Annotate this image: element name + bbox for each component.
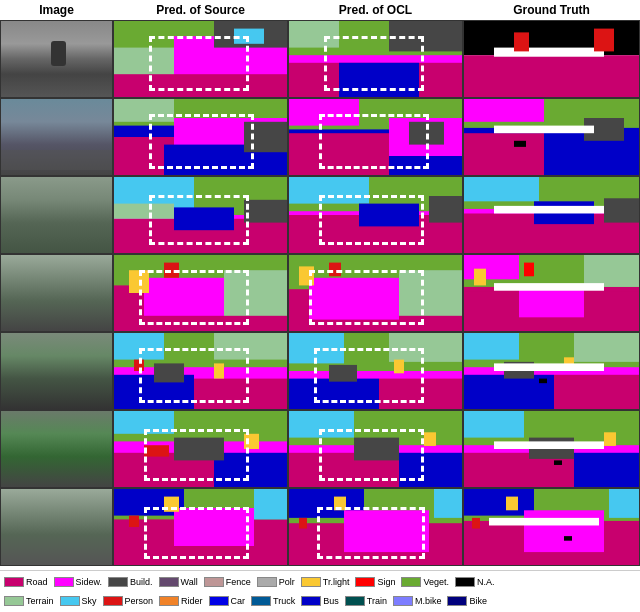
svg-rect-32: [194, 379, 288, 409]
svg-rect-81: [289, 379, 379, 409]
svg-rect-69: [429, 196, 463, 223]
legend-wall: Wall: [159, 577, 198, 587]
fence-swatch: [204, 577, 224, 587]
svg-rect-50: [164, 497, 179, 512]
sky-label: Sky: [82, 596, 97, 606]
trlight-label: Tr.light: [323, 577, 350, 587]
svg-rect-47: [174, 508, 254, 546]
svg-rect-122: [464, 255, 519, 279]
svg-rect-108: [464, 133, 544, 175]
legend-sidewalk: Sidew.: [54, 577, 103, 587]
road-label: Road: [26, 577, 48, 587]
legend-vegetation: Veget.: [401, 577, 449, 587]
svg-rect-43: [244, 434, 259, 449]
terrain-swatch: [4, 596, 24, 606]
legend-row: Road Sidew. Build. Wall Fence Polr: [0, 570, 640, 612]
ground-truth-column: [463, 20, 640, 570]
svg-rect-74: [289, 301, 309, 331]
svg-rect-128: [494, 283, 604, 291]
legend-sign: Sign: [355, 577, 395, 587]
svg-rect-138: [494, 363, 604, 371]
svg-rect-143: [574, 453, 640, 487]
svg-rect-111: [494, 126, 594, 134]
legend-sky: Sky: [60, 596, 97, 606]
svg-rect-18: [244, 200, 288, 223]
legend-bus: Bus: [301, 596, 339, 606]
svg-rect-41: [174, 438, 224, 461]
svg-rect-146: [494, 441, 604, 449]
svg-rect-95: [344, 510, 429, 552]
svg-rect-82: [379, 379, 463, 409]
train-swatch: [345, 596, 365, 606]
car-swatch: [209, 596, 229, 606]
svg-rect-97: [434, 489, 463, 518]
image-row-4: [0, 254, 113, 332]
svg-rect-48: [114, 527, 174, 565]
bus-swatch: [301, 596, 321, 606]
legend-fence: Fence: [204, 577, 251, 587]
svg-rect-156: [489, 518, 599, 526]
pred-ocl-row-6: [288, 410, 463, 488]
svg-rect-134: [554, 375, 640, 409]
image-row-5: [0, 332, 113, 410]
legend-person: Person: [103, 596, 154, 606]
svg-rect-131: [464, 333, 519, 360]
svg-rect-104: [594, 29, 614, 52]
svg-rect-112: [514, 141, 526, 147]
svg-rect-96: [289, 531, 344, 565]
pred-source-row-3: [113, 176, 288, 254]
image-column: [0, 20, 113, 570]
vegetation-label: Veget.: [423, 577, 449, 587]
svg-rect-115: [464, 177, 539, 201]
legend-trlight: Tr.light: [301, 577, 350, 587]
legend-mbike: M.bike: [393, 596, 442, 606]
svg-rect-23: [224, 270, 288, 316]
svg-rect-68: [359, 204, 419, 227]
truck-label: Truck: [273, 596, 295, 606]
svg-rect-103: [514, 32, 529, 51]
legend-rider: Rider: [159, 596, 203, 606]
svg-rect-89: [399, 453, 463, 487]
road-swatch: [4, 577, 24, 587]
image-row-7: [0, 488, 113, 566]
svg-rect-42: [144, 445, 169, 456]
person-swatch: [103, 596, 123, 606]
svg-rect-151: [524, 510, 604, 552]
gt-row-6: [463, 410, 640, 488]
svg-rect-118: [604, 198, 640, 222]
pred-source-row-6: [113, 410, 288, 488]
svg-rect-72: [309, 278, 399, 320]
svg-rect-79: [289, 333, 344, 363]
svg-rect-84: [394, 360, 404, 374]
svg-rect-119: [494, 206, 604, 214]
image-row-2: [0, 98, 113, 176]
sign-swatch: [355, 577, 375, 587]
svg-rect-83: [329, 365, 357, 382]
gt-row-7: [463, 488, 640, 566]
legend-truck: Truck: [251, 596, 295, 606]
fence-label: Fence: [226, 577, 251, 587]
svg-rect-87: [289, 411, 354, 438]
pred-source-row-4: [113, 254, 288, 332]
svg-rect-101: [464, 55, 640, 97]
gt-row-4: [463, 254, 640, 332]
terrain-label: Terrain: [26, 596, 54, 606]
gt-row-3: [463, 176, 640, 254]
svg-rect-73: [399, 270, 463, 316]
svg-rect-99: [299, 518, 307, 529]
svg-rect-11: [114, 99, 174, 122]
svg-rect-60: [289, 99, 359, 126]
pred-ocl-row-7: [288, 488, 463, 566]
pred-ocl-row-3: [288, 176, 463, 254]
svg-rect-62: [289, 133, 389, 175]
svg-rect-125: [519, 287, 584, 317]
wall-label: Wall: [181, 577, 198, 587]
header-pred-ocl: Pred. of OCL: [288, 0, 463, 20]
building-swatch: [108, 577, 128, 587]
svg-rect-76: [329, 263, 341, 277]
svg-rect-137: [539, 379, 547, 384]
svg-rect-34: [134, 360, 144, 371]
header-row: Image Pred. of Source Pred. of OCL Groun…: [0, 0, 640, 20]
svg-rect-150: [464, 489, 534, 516]
svg-rect-153: [609, 489, 640, 518]
